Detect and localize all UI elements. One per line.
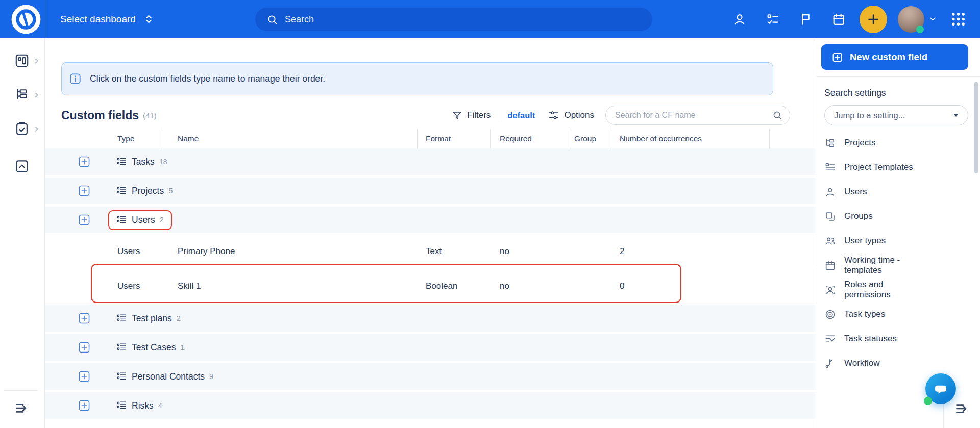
page-title-count: (41) (143, 111, 157, 120)
column-header-format: Format (418, 129, 491, 148)
table-row-group-risks[interactable]: Risks 4 (45, 392, 816, 419)
expand-plus-button[interactable] (78, 184, 91, 197)
workflow-icon (824, 358, 836, 369)
group-count: 18 (159, 158, 167, 166)
expand-plus-button[interactable] (78, 312, 91, 325)
flag-icon[interactable] (799, 12, 813, 26)
settings-list: Projects Project Templates (824, 131, 971, 375)
settings-item-label: Working time - templates (844, 255, 931, 275)
expand-plus-button[interactable] (78, 213, 91, 226)
settings-item-task-statuses[interactable]: Task statuses (824, 326, 971, 351)
apps-grid-icon[interactable] (950, 11, 967, 28)
filters-button[interactable]: Filters (452, 110, 491, 121)
chevron-down-icon[interactable] (929, 15, 937, 23)
group-label[interactable]: Tasks (132, 157, 155, 167)
cell-name[interactable]: Skill 1 (163, 281, 418, 291)
table-row-group-test-plans[interactable]: Test plans 2 (45, 305, 816, 332)
group-label[interactable]: Risks (132, 400, 154, 411)
column-header-group: Group (569, 129, 612, 148)
group-label[interactable]: Projects (132, 186, 164, 196)
cell-type: Users (106, 246, 163, 257)
options-label: Options (564, 110, 594, 120)
jump-to-setting-select[interactable]: Jump to a setting... (824, 105, 968, 125)
table-row-group-test-cases[interactable]: Test Cases 1 (45, 334, 816, 361)
chat-bubble-icon (932, 380, 949, 397)
settings-item-working-time-templates[interactable]: Working time - templates (824, 253, 971, 278)
add-button[interactable] (860, 6, 887, 33)
toolbar-divider (499, 110, 499, 120)
chevron-right-icon (33, 92, 40, 98)
chat-widget-button[interactable] (925, 373, 956, 404)
custom-field-list-icon (116, 342, 127, 353)
cell-occurrences: 0 (612, 281, 770, 291)
checklist-icon[interactable] (766, 12, 780, 27)
jump-to-setting-placeholder: Jump to a setting... (834, 111, 905, 120)
table-row-group-users[interactable]: Users 2 (45, 207, 816, 233)
left-sidebar (0, 38, 45, 428)
settings-item-projects[interactable]: Projects (824, 131, 971, 155)
panel-footer (816, 389, 980, 428)
expand-sidebar-icon[interactable] (13, 399, 31, 417)
settings-item-label: Users (844, 187, 867, 197)
settings-item-label: Task statuses (844, 334, 897, 344)
custom-field-list-icon (116, 186, 127, 196)
calendar-icon (824, 260, 836, 271)
calendar-icon[interactable] (831, 12, 846, 27)
plus-icon (866, 12, 881, 27)
settings-item-project-templates[interactable]: Project Templates (824, 155, 971, 180)
settings-item-task-types[interactable]: Task types (824, 302, 971, 326)
search-icon (266, 14, 278, 26)
settings-item-roles-and-permissions[interactable]: Roles and permissions (824, 278, 971, 302)
sidebar-item-tasks[interactable] (0, 118, 45, 139)
cell-name[interactable]: Primary Phone (163, 246, 418, 257)
search-icon (772, 110, 783, 121)
group-label[interactable]: Users (132, 215, 155, 225)
worksection-logo-icon[interactable] (10, 4, 42, 35)
expand-plus-button[interactable] (78, 341, 91, 354)
table-row-group-personal-contacts[interactable]: Personal Contacts 9 (45, 363, 816, 390)
projects-tree-icon (14, 87, 30, 103)
filter-preset-default[interactable]: default (507, 111, 535, 120)
settings-item-users[interactable]: Users (824, 180, 971, 204)
new-custom-field-button[interactable]: New custom field (821, 44, 968, 70)
global-search[interactable]: Search (255, 8, 652, 31)
user-avatar[interactable] (898, 6, 924, 33)
group-label[interactable]: Personal Contacts (132, 371, 205, 382)
dashboard-selector[interactable]: Select dashboard (60, 13, 155, 25)
group-label[interactable]: Test plans (132, 313, 172, 324)
settings-item-label: User types (844, 236, 886, 246)
table-row-group-projects[interactable]: Projects 5 (45, 178, 816, 204)
group-count: 2 (160, 216, 164, 224)
settings-item-workflow[interactable]: Workflow (824, 351, 971, 375)
group-count: 9 (209, 372, 213, 381)
table-header: Type Name Format Required Group Number o… (45, 129, 816, 148)
expand-panel-icon[interactable] (953, 400, 971, 417)
options-button[interactable]: Options (548, 110, 594, 121)
expand-plus-button[interactable] (78, 155, 91, 168)
page-header-row: Custom fields (41) Filters default (61, 106, 790, 125)
table-row-field-primary-phone[interactable]: Users Primary Phone Text no 2 (45, 236, 816, 267)
sidebar-item-collapse-section[interactable] (0, 156, 45, 177)
settings-item-user-types[interactable]: User types (824, 229, 971, 253)
task-types-icon (824, 309, 836, 320)
settings-panel-body: Search settings Jump to a setting... Pro… (816, 88, 980, 375)
panel-scrollbar-thumb[interactable] (974, 82, 978, 173)
info-banner: Click on the custom fields type name to … (61, 62, 773, 95)
header-divider (45, 0, 45, 38)
cf-search-input[interactable] (605, 106, 790, 125)
sidebar-item-projects[interactable] (0, 85, 45, 105)
expand-plus-button[interactable] (78, 370, 91, 383)
roles-permissions-icon (824, 284, 836, 296)
settings-item-label: Roles and permissions (844, 280, 931, 300)
user-types-icon (824, 235, 836, 247)
clipboard-check-icon (14, 120, 30, 137)
table-row-field-skill-1[interactable]: Users Skill 1 Boolean no 0 (45, 267, 816, 305)
people-icon[interactable] (732, 12, 747, 27)
task-statuses-icon (824, 333, 836, 345)
group-label[interactable]: Test Cases (132, 342, 176, 353)
table-row-group-tasks[interactable]: Tasks 18 (45, 148, 816, 175)
expand-plus-button[interactable] (78, 399, 91, 412)
settings-item-label: Workflow (844, 358, 880, 368)
sidebar-item-dashboard[interactable] (0, 51, 45, 71)
settings-item-groups[interactable]: Groups (824, 204, 971, 229)
